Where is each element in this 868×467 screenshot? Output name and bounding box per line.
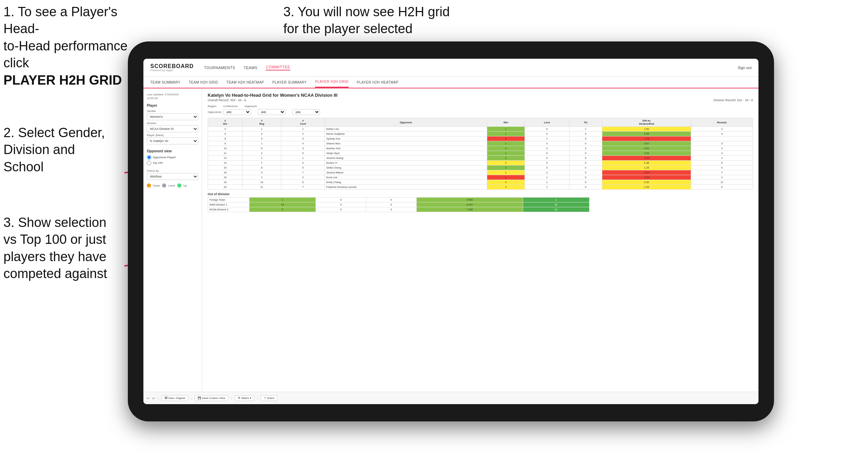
colour-dot-up [177,183,181,188]
conference-filter-label: Conference [223,105,237,108]
table-row: 15 8 5 Stella Cheng 1 0 0 1.25 4 [208,165,753,170]
tablet-frame: SCOREBOARD Powered by clippd TOURNAMENTS… [128,41,774,421]
logo-sub: Powered by clippd [150,69,194,72]
tablet-screen: SCOREBOARD Powered by clippd TOURNAMENTS… [143,59,758,404]
nav-tournaments[interactable]: TOURNAMENTS [204,66,235,70]
ood-table-row: NAIA Division 1 15 0 0 9.267 30 [208,202,589,207]
col-rounds: Rounds [691,118,753,127]
filter-opponent: Opponent [245,105,257,108]
watch-btn[interactable]: 👁 Watch ▾ [235,395,254,401]
logo-area: SCOREBOARD Powered by clippd [150,64,194,72]
main-content: Last Updated: 27/03/2024 16:55:38 Player… [143,88,758,404]
nav-links: TOURNAMENTS TEAMS COMMITTEE [204,65,727,70]
sub-nav-player-h2h-heatmap[interactable]: PLAYER H2H HEATMAP [357,77,399,88]
data-title: Katelyn Vo Head-to-Head Grid for Women's… [208,93,753,98]
last-updated: Last Updated: 27/03/2024 16:55:38 [147,93,198,100]
table-row: 13 1 1 Jessica Huang 2 0 0 -3.00 2 [208,156,753,161]
radio-top100[interactable]: Top 100 [147,161,198,165]
col-tie: Tie [569,118,602,127]
col-loss: Loss [525,118,569,127]
instruction-top-left: 1. To see a Player's Head- to-Head perfo… [3,3,138,89]
col-div: #Div [208,118,243,127]
player-section-title: Player [147,104,198,107]
table-row: 6 3 3 Sydney Kuo 0 1 0 -1.00 [208,136,753,141]
data-subtitle-row: Overall Record: 353 - 34 - 6 Division Re… [208,98,753,102]
col-diff: Diff AvStrokes/Rnd [602,118,691,127]
instruction-mid-left: 2. Select Gender, Division and School [3,124,105,175]
division-label: Division [147,122,198,125]
sign-in-link[interactable]: Sign out [738,66,752,70]
colour-legend: Down Level Up [147,183,198,188]
col-opponent: Opponent [325,118,487,127]
opponent-filter-label: Opponent [245,105,257,108]
gender-select[interactable]: Women's Men's [147,113,198,120]
opponent-select[interactable]: (All) [292,109,320,115]
sub-nav: TEAM SUMMARY TEAM H2H GRID TEAM H2H HEAT… [143,77,758,88]
overall-record: Overall Record: 353 - 34 - 6 [208,98,246,102]
colour-by-section: Colour by Win/loss Down Level Up [147,169,198,188]
col-conf: #Conf [281,118,325,127]
col-reg: #Reg [243,118,281,127]
out-of-division-label: Out of division [208,192,753,196]
instruction-bot-left: 3. Show selectionvs Top 100 or justplaye… [3,214,107,283]
region-filter-label: Region [208,105,216,108]
table-header-row: #Div #Reg #Conf Opponent Win Loss Tie Di… [208,118,753,127]
table-row: 16 3 7 Jessica Mason 1 2 0 -0.94 7 [208,170,753,175]
division-record: Division Record: 331 - 34 - 6 [714,98,753,102]
share-btn[interactable]: ↗ Share [261,395,277,401]
table-row: 18 2 2 Euna Lee 0 1 0 -5.00 2 [208,175,753,180]
save-custom-view-btn[interactable]: 💾 Save Custom View [202,395,228,401]
nav-committee[interactable]: COMMITTEE [266,65,290,70]
gender-label: Gender [147,109,198,113]
ood-table-row: NCAA Division 2 5 0 0 7.400 10 [208,207,589,212]
table-row: 3 1 1 Esther Lee 1 0 1 1.50 4 [208,127,753,132]
player-rank-select[interactable]: 8. Katelyn Vo [147,137,198,144]
opponent-view-title: Opponent view [147,149,198,153]
table-row: 5 2 2 Alexis Sudjianto 1 0 0 4.00 3 [208,132,753,136]
conference-select[interactable]: (All) [258,109,285,115]
sub-nav-team-summary[interactable]: TEAM SUMMARY [150,77,181,88]
nav-bar: SCOREBOARD Powered by clippd TOURNAMENTS… [143,59,758,77]
table-row: 9 1 4 Sharon Mun 1 0 0 3.67 3 [208,141,753,146]
table-row: 10 6 3 Andrea York 2 0 0 4.00 4 [208,146,753,151]
player-rank-label: Player (Rank) [147,134,198,137]
radio-group: Opponents Played Top 100 [147,155,198,165]
radio-opponents-played[interactable]: Opponents Played [147,155,198,160]
colour-dot-level [162,183,166,188]
data-panel: Katelyn Vo Head-to-Head Grid for Women's… [202,88,758,404]
col-win: Win [487,118,525,127]
table-row: 11 2 5 Heejo Hyun 1 0 0 3.33 3 [208,151,753,156]
bottom-toolbar: ↩ ↩ | 🖼 View: Original | 💾 Save Custom V… [202,392,758,404]
table-row: 14 7 4 Eunice Yi 2 2 0 0.38 9 [208,161,753,165]
filter-region: Region [208,105,216,108]
ood-table: Foreign Team 1 0 0 4.500 2 NAIA Division… [208,197,589,212]
colour-by-label: Colour by [147,169,198,172]
logo-text: SCOREBOARD [150,64,194,69]
opponents-select[interactable]: (All) [223,109,251,115]
ood-table-row: Foreign Team 1 0 0 4.500 2 [208,198,589,202]
table-row: 20 11 7 Federica Domecq Lacroze 2 1 0 1.… [208,185,753,190]
sub-nav-team-h2h-heatmap[interactable]: TEAM H2H HEATMAP [226,77,264,88]
sub-nav-team-h2h-grid[interactable]: TEAM H2H GRID [189,77,218,88]
left-panel: Last Updated: 27/03/2024 16:55:38 Player… [143,88,202,404]
opponent-view-section: Opponent view Opponents Played Top 100 [147,149,198,165]
nav-right: Sign out [738,66,752,70]
h2h-table: #Div #Reg #Conf Opponent Win Loss Tie Di… [208,118,753,190]
colour-dot-down [147,183,151,188]
division-select[interactable]: NCAA Division III NCAA Division I NCAA D… [147,125,198,132]
instruction-top-right: 3. You will now see H2H gridfor the play… [283,3,450,38]
nav-teams[interactable]: TEAMS [244,66,257,70]
filter-select-row: Opponents: (All) (All) (All) [208,109,753,115]
colour-by-select[interactable]: Win/loss [147,173,198,180]
sub-nav-player-h2h-grid[interactable]: PLAYER H2H GRID [315,77,349,88]
opponents-filter-group: Opponents: (All) [208,109,251,115]
table-row: 19 10 6 Emily Chang 4 1 0 0.30 11 [208,180,753,185]
filter-row: Region Conference Opponent [208,105,753,108]
filter-conference: Conference [223,105,237,108]
sub-nav-player-summary[interactable]: PLAYER SUMMARY [272,77,306,88]
